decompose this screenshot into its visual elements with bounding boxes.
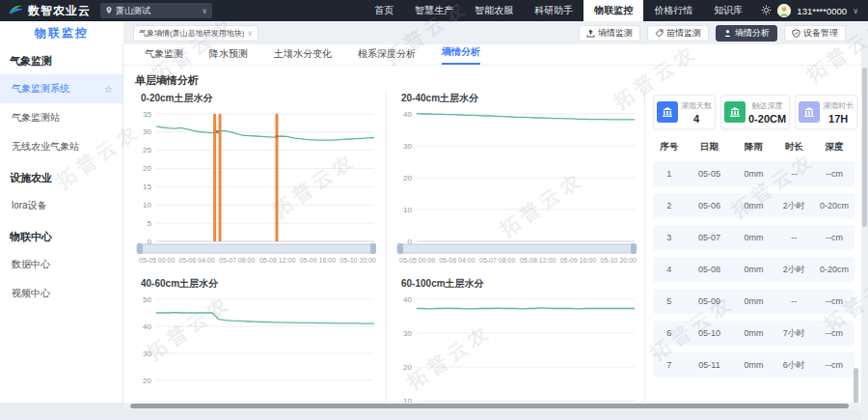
svg-text:05-06 04:00: 05-06 04:00 xyxy=(178,257,214,264)
chart-title: 0-20cm土层水分 xyxy=(131,91,384,106)
table-cell: 0mm xyxy=(734,360,774,370)
toolbar-button-墒情分析[interactable]: 墒情分析 xyxy=(716,25,777,42)
datazoom-slider[interactable] xyxy=(137,244,374,253)
table-cell: --cm xyxy=(814,296,854,306)
stat-meta: 灌溉时长17H xyxy=(823,100,854,125)
nav-item-智慧生产[interactable]: 智慧生产 xyxy=(404,0,464,21)
table-cell: --cm xyxy=(814,169,854,179)
nav-item-智能农服[interactable]: 智能农服 xyxy=(464,0,524,21)
svg-text:10: 10 xyxy=(143,201,151,210)
table-cell: --cm xyxy=(814,233,854,242)
nav-item-科研助手[interactable]: 科研助手 xyxy=(524,0,583,21)
toolbar-button-设备管理[interactable]: 设备管理 xyxy=(784,25,846,42)
table-cell: 05-05 xyxy=(685,169,733,179)
svg-text:5: 5 xyxy=(148,219,152,228)
vertical-scrollbar-thumb[interactable] xyxy=(862,68,867,227)
tab-墒情分析[interactable]: 墒情分析 xyxy=(442,45,480,65)
star-icon[interactable]: ☆ xyxy=(104,84,113,95)
table-cell: 2小时 xyxy=(773,200,814,212)
chevron-down-icon[interactable]: ∨ xyxy=(853,7,858,15)
tab-降水预测[interactable]: 降水预测 xyxy=(209,47,248,65)
toolbar-button-label: 墒情分析 xyxy=(735,27,770,40)
stat-label: 灌溉天数 xyxy=(681,100,712,111)
stat-cards: 灌溉天数4触达深度0-20CM灌溉时长17H xyxy=(653,95,854,129)
sidebar-item-lora设备[interactable]: lora设备 xyxy=(0,191,122,220)
chart-box-20-40cm: 20-40cm土层水分01020304005-05 00:0005-06 04:… xyxy=(392,91,644,274)
svg-text:30: 30 xyxy=(143,350,151,358)
svg-text:40: 40 xyxy=(143,322,151,331)
datazoom-handle[interactable] xyxy=(631,243,637,254)
table-body: 105-050mm----cm205-060mm2小时0-20cm305-070… xyxy=(653,161,854,378)
horizontal-scrollbar-thumb[interactable] xyxy=(130,404,849,408)
svg-text:05-07 08:00: 05-07 08:00 xyxy=(219,257,255,264)
soil-moisture-chart-2[interactable]: 01020304050 xyxy=(131,292,382,403)
tab-土壤水分变化[interactable]: 土壤水分变化 xyxy=(274,47,332,65)
toolbar-buttons: 墒情监测苗情监测墒情分析设备管理 xyxy=(579,25,846,42)
main-area: 气象监测降水预测土壤水分变化根系深度分析墒情分析 单层墒情分析 0-20cm土层… xyxy=(123,44,861,403)
table-cell: 05-10 xyxy=(685,328,733,338)
table-cell: 0-20cm xyxy=(814,201,854,210)
sidebar-item-无线农业气象站[interactable]: 无线农业气象站 xyxy=(0,132,122,161)
table-cell: --cm xyxy=(814,328,854,338)
irrigation-panel: 灌溉天数4触达深度0-20CM灌溉时长17H 序号日期降雨时长深度 105-05… xyxy=(644,91,861,403)
soil-moisture-chart-3[interactable]: 010203040 xyxy=(392,292,642,403)
table-cell: -- xyxy=(773,296,814,306)
tab-气象监测[interactable]: 气象监测 xyxy=(145,47,183,65)
sidebar-item-数据中心[interactable]: 数据中心 xyxy=(0,250,122,279)
svg-text:05-08 12:00: 05-08 12:00 xyxy=(520,257,556,264)
stat-value: 17H xyxy=(823,113,854,125)
sidebar-item-视频中心[interactable]: 视频中心 xyxy=(0,279,122,308)
user-phone[interactable]: 131****0000 xyxy=(797,6,847,16)
table-row: 505-090mm----cm xyxy=(653,289,854,314)
datazoom-handle[interactable] xyxy=(137,243,143,254)
sidebar-item-气象监测站[interactable]: 气象监测站 xyxy=(0,103,122,132)
stat-label: 灌溉时长 xyxy=(823,100,854,111)
table-cell: 05-07 xyxy=(685,233,733,242)
location-select[interactable]: 萧山测试 ∨ xyxy=(100,3,212,18)
table-row: 705-110mm6小时--cm xyxy=(653,352,854,378)
svg-text:05-10 20:00: 05-10 20:00 xyxy=(340,257,376,264)
horizontal-scrollbar[interactable] xyxy=(123,403,861,409)
datazoom-handle[interactable] xyxy=(370,243,376,254)
tab-根系深度分析[interactable]: 根系深度分析 xyxy=(358,47,416,65)
table-cell: 4 xyxy=(653,265,685,274)
stat-card-灌溉时长: 灌溉时长17H xyxy=(795,95,857,129)
datazoom-handle[interactable] xyxy=(397,243,403,254)
soil-moisture-chart-1[interactable]: 01020304005-05 00:0005-06 04:0005-07 08:… xyxy=(392,106,642,270)
svg-text:20: 20 xyxy=(143,164,151,173)
nav-item-价格行情[interactable]: 价格行情 xyxy=(643,0,703,21)
datazoom-slider[interactable] xyxy=(397,244,635,253)
chart-box-0-20cm: 0-20cm土层水分0510152025303505-05 00:0005-06… xyxy=(131,91,384,274)
table-cell: 05-09 xyxy=(685,296,733,306)
toolbar-button-label: 苗情监测 xyxy=(666,27,701,40)
toolbar-button-墒情监测[interactable]: 墒情监测 xyxy=(579,25,640,42)
table-cell: 05-11 xyxy=(685,360,733,370)
nav-item-知识库[interactable]: 知识库 xyxy=(703,0,753,21)
svg-text:05-06 04:00: 05-06 04:00 xyxy=(439,257,475,264)
table-cell: 0mm xyxy=(734,328,774,338)
table-cell: 6小时 xyxy=(773,359,814,372)
svg-text:40: 40 xyxy=(403,295,412,304)
station-select[interactable]: 气象墒情(萧山基地研发用地块) ∨ xyxy=(133,25,258,42)
sidebar-item-气象监测系统[interactable]: 气象监测系统☆ xyxy=(0,74,122,103)
gear-icon[interactable] xyxy=(761,2,772,19)
table-cell: 2小时 xyxy=(773,264,814,276)
user-avatar[interactable] xyxy=(777,4,791,17)
section-title: 单层墒情分析 xyxy=(123,66,861,92)
table-row: 405-080mm2小时0-20cm xyxy=(653,257,854,282)
table-cell: 7 xyxy=(653,360,685,370)
table-scrollbar[interactable] xyxy=(854,368,858,403)
vertical-scrollbar[interactable] xyxy=(861,21,868,420)
brand-logo-icon xyxy=(8,2,24,19)
soil-moisture-chart-0[interactable]: 0510152025303505-05 00:0005-06 04:0005-0… xyxy=(131,106,382,270)
station-select-value: 气象墒情(萧山基地研发用地块) xyxy=(139,28,244,39)
svg-text:20: 20 xyxy=(403,174,412,182)
toolbar-button-苗情监测[interactable]: 苗情监测 xyxy=(647,25,709,42)
nav-item-物联监控[interactable]: 物联监控 xyxy=(583,0,643,21)
table-cell: 0mm xyxy=(734,169,774,179)
sub-toolbar-right: 气象墒情(萧山基地研发用地块) ∨ 墒情监测苗情监测墒情分析设备管理 xyxy=(123,21,861,44)
svg-text:30: 30 xyxy=(143,127,151,136)
nav-item-首页[interactable]: 首页 xyxy=(364,0,404,21)
svg-text:25: 25 xyxy=(143,146,151,154)
svg-text:40: 40 xyxy=(403,110,412,119)
